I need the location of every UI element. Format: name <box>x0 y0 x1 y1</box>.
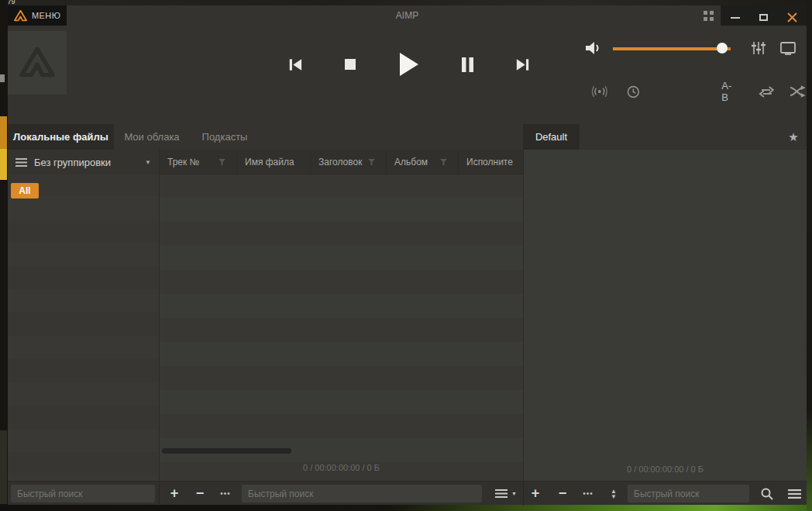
next-icon <box>516 58 530 71</box>
table-search-input[interactable] <box>242 485 482 502</box>
minimize-button[interactable] <box>724 8 747 28</box>
volume-row <box>585 36 807 60</box>
stop-button[interactable] <box>344 58 356 71</box>
playlist-status-text: 0 / 00:00:00:00 / 0 Б <box>524 464 807 474</box>
shuffle-icon[interactable] <box>790 85 807 98</box>
more-actions-button[interactable]: ••• <box>214 482 237 506</box>
playlist-panel[interactable]: 0 / 00:00:00:00 / 0 Б <box>524 150 807 481</box>
chevron-down-icon: ▼ <box>511 491 517 496</box>
column-header-filename[interactable]: Имя файла <box>237 150 311 174</box>
search-button[interactable] <box>755 482 779 506</box>
filter-icon[interactable] <box>440 159 447 165</box>
album-art-placeholder <box>8 31 67 95</box>
layout-grid-icon[interactable] <box>704 11 714 21</box>
sort-order-icon: ▲ ▼ <box>611 489 617 499</box>
hamburger-icon <box>495 489 508 498</box>
content-area: Без группировки ▼ All Трек № Имя файла З… <box>8 150 807 481</box>
search-icon <box>761 488 773 500</box>
minimize-icon <box>731 17 740 19</box>
group-all-badge[interactable]: All <box>11 183 39 199</box>
play-button[interactable] <box>399 53 419 76</box>
sort-down-glyph: ▼ <box>611 494 617 499</box>
titlebar[interactable]: AIMP МЕНЮ <box>8 5 807 26</box>
hamburger-icon <box>15 158 27 167</box>
desktop-icon-fragment <box>0 149 7 180</box>
grouping-search-input[interactable] <box>11 485 155 502</box>
display-icon[interactable] <box>780 42 796 55</box>
grouping-panel: Без группировки ▼ All <box>8 150 159 481</box>
volume-icon[interactable] <box>585 40 602 56</box>
equalizer-icon[interactable] <box>751 41 766 55</box>
sort-order-button[interactable]: ▲ ▼ <box>602 482 625 506</box>
player-area: A-B <box>8 26 807 124</box>
playlist-menu-button[interactable] <box>783 482 806 506</box>
column-header-album[interactable]: Альбом <box>387 150 459 174</box>
chevron-down-icon: ▼ <box>145 159 151 166</box>
column-label: Альбом <box>394 157 428 167</box>
tab-podcasts[interactable]: Подкасты <box>190 124 260 150</box>
column-label: Трек № <box>167 157 199 167</box>
previous-icon <box>288 58 302 71</box>
hamburger-icon <box>788 489 801 499</box>
column-label: Имя файла <box>245 157 294 167</box>
grouping-selector[interactable]: Без группировки ▼ <box>8 150 159 174</box>
stop-icon <box>344 58 356 71</box>
playlist-table[interactable]: Трек № Имя файла Заголовок Альбом <box>160 150 523 481</box>
table-status-text: 0 / 00:00:00:00 / 0 Б <box>160 463 523 472</box>
table-header-row: Трек № Имя файла Заголовок Альбом <box>160 150 523 174</box>
grouping-label: Без группировки <box>34 157 111 168</box>
pause-icon <box>461 57 474 72</box>
tab-my-clouds[interactable]: Мои облака <box>114 124 190 150</box>
tab-local-files[interactable]: Локальные файлы <box>8 124 114 150</box>
view-menu-button[interactable]: ▼ <box>488 482 524 506</box>
close-button[interactable] <box>781 8 804 28</box>
aimp-window: AIMP МЕНЮ <box>8 5 807 505</box>
bookmark-star-icon[interactable]: ★ <box>783 124 804 150</box>
menu-label: МЕНЮ <box>32 11 60 20</box>
pause-button[interactable] <box>461 57 474 72</box>
desktop-icon-fragment <box>0 430 7 504</box>
filter-icon[interactable] <box>368 159 375 165</box>
next-track-button[interactable] <box>516 58 530 71</box>
playlist-more-button[interactable]: ••• <box>576 482 600 506</box>
desktop-right-strip <box>807 0 812 511</box>
remove-files-button[interactable]: − <box>188 482 212 506</box>
ab-repeat-button[interactable]: A-B <box>721 80 738 103</box>
transport-controls <box>288 43 530 86</box>
main-menu-button[interactable]: МЕНЮ <box>8 5 67 26</box>
radio-broadcast-icon[interactable] <box>591 85 608 98</box>
desktop-bottom-strip <box>0 504 812 511</box>
close-icon <box>787 12 797 22</box>
aimp-logo-icon <box>14 10 27 22</box>
aimp-watermark-icon <box>19 47 55 78</box>
play-icon <box>399 53 419 76</box>
playlist-tab-default[interactable]: Default <box>523 124 580 150</box>
desktop-icon-fragment <box>0 116 7 149</box>
playlist-remove-button[interactable]: − <box>551 482 574 506</box>
playlist-add-button[interactable]: + <box>524 482 547 506</box>
repeat-icon[interactable] <box>759 86 775 98</box>
add-files-button[interactable]: + <box>163 482 186 506</box>
window-title: AIMP <box>8 5 807 26</box>
desktop-icon-fragment <box>0 74 5 82</box>
column-header-title[interactable]: Заголовок <box>311 150 387 174</box>
maximize-button[interactable] <box>752 8 776 28</box>
horizontal-scrollbar[interactable] <box>162 448 291 454</box>
column-label: Исполните <box>466 157 513 167</box>
previous-track-button[interactable] <box>288 58 302 71</box>
volume-fill <box>613 47 722 50</box>
column-label: Заголовок <box>318 157 362 167</box>
column-header-track[interactable]: Трек № <box>160 150 237 174</box>
maximize-icon <box>759 14 768 21</box>
playlist-search-input[interactable] <box>628 485 749 502</box>
filter-icon[interactable] <box>218 159 225 165</box>
playback-mode-row: A-B <box>585 83 807 100</box>
bottom-toolbar: + − ••• ▼ + − ••• ▲ ▼ <box>8 481 807 505</box>
sleep-timer-clock-icon[interactable] <box>627 85 640 98</box>
volume-slider[interactable] <box>613 43 731 54</box>
tab-bar: Локальные файлы Мои облака Подкасты Defa… <box>8 124 807 150</box>
toolbar-divider <box>159 482 160 506</box>
desktop-left-strip <box>0 0 8 511</box>
column-header-artist[interactable]: Исполните <box>459 150 523 174</box>
volume-knob[interactable] <box>717 43 728 54</box>
